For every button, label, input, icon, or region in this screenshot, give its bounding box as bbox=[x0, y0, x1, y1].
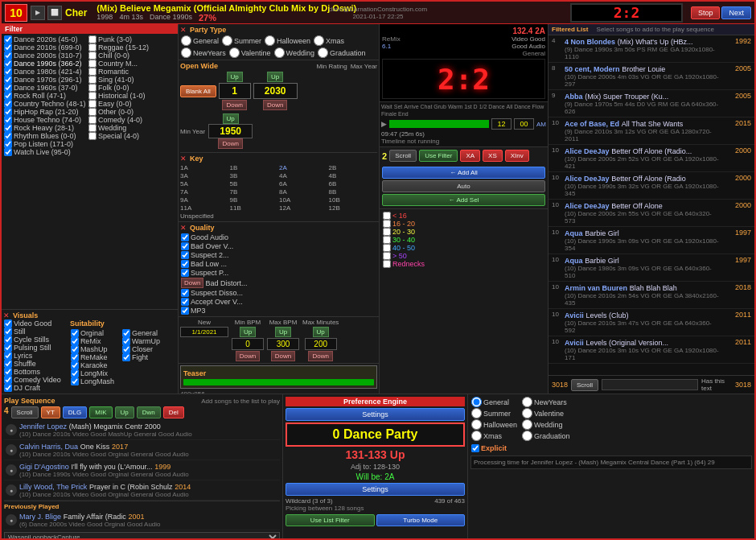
filter-remix[interactable]: ReMix bbox=[70, 337, 115, 345]
rating-down-button[interactable]: Down bbox=[222, 100, 246, 110]
auto-button[interactable]: Auto bbox=[382, 180, 545, 192]
filter-chill[interactable]: Chill (0-0) bbox=[88, 52, 152, 60]
party-wedding[interactable]: Wedding bbox=[273, 47, 315, 58]
settings-btn-1[interactable]: Settings bbox=[286, 408, 465, 421]
filter-djcraft[interactable]: DJ Craft bbox=[3, 384, 62, 392]
filter-still[interactable]: Still bbox=[3, 328, 62, 336]
play-up-btn[interactable]: Up bbox=[115, 406, 134, 418]
age-30-40[interactable]: 30 - 40 bbox=[382, 236, 545, 244]
filter-historical[interactable]: Historical (1-0) bbox=[88, 92, 152, 100]
settings-btn-2[interactable]: Settings bbox=[286, 483, 465, 496]
filter-easy[interactable]: Easy (0-0) bbox=[88, 100, 152, 108]
filter-country[interactable]: Country Techno (48-1) bbox=[3, 100, 88, 108]
key-4b[interactable]: 4B bbox=[329, 172, 378, 179]
play-scroll-btn[interactable]: Scroll bbox=[11, 406, 39, 418]
key-11a[interactable]: 11A bbox=[180, 204, 229, 212]
key-10b[interactable]: 10B bbox=[329, 196, 378, 204]
table-row[interactable]: 9 Abba (Mix) Super Trouper (Ku... (9) Da… bbox=[549, 90, 754, 117]
key-3a[interactable]: 3A bbox=[180, 172, 229, 179]
maxbpm-input[interactable] bbox=[267, 338, 299, 350]
key-1b[interactable]: 1B bbox=[230, 164, 279, 171]
key-7a[interactable]: 7A bbox=[180, 188, 229, 196]
list-item[interactable]: ● Calvin Harris, Dua One Kiss 2017 (10) … bbox=[4, 440, 280, 460]
table-row[interactable]: 10 Ace of Base, Ed All That She Wants (9… bbox=[549, 117, 754, 145]
icon2[interactable]: ⬜ bbox=[47, 6, 62, 20]
filter-punk[interactable]: Punk (3-0) bbox=[88, 35, 152, 43]
filter-remake[interactable]: ReMake bbox=[70, 353, 115, 361]
q-mp3[interactable]: MP3 bbox=[180, 307, 377, 315]
filter-rhythmblues[interactable]: Rhythm Blues (0-0) bbox=[3, 132, 88, 140]
blank-all-button[interactable]: Blank All bbox=[180, 85, 216, 97]
party-general[interactable]: General bbox=[180, 35, 220, 46]
table-row[interactable]: 10 Aqua Barbie Girl (10) Dance 1980s 3m … bbox=[549, 254, 754, 282]
cb-halloween[interactable]: Halloween bbox=[470, 419, 518, 430]
timing-hour-input[interactable] bbox=[491, 118, 512, 130]
filter-closer[interactable]: Closer bbox=[121, 345, 161, 353]
filter-dance2010s[interactable]: Dance 2010s (699-0) bbox=[3, 43, 88, 52]
table-row[interactable]: 10 Aqua Barbie Girl (10) Dance 1990s 3m … bbox=[549, 227, 754, 254]
key-12a[interactable]: 12A bbox=[279, 204, 328, 212]
party-summer[interactable]: Summer bbox=[221, 35, 262, 46]
q-badover[interactable]: Bad Over V... bbox=[180, 242, 377, 250]
minbpm-input[interactable] bbox=[232, 338, 264, 350]
filter-cyclestills[interactable]: Cycle Stills bbox=[3, 336, 62, 344]
turbo-mode-btn[interactable]: Turbo Mode bbox=[376, 514, 466, 526]
key-9a[interactable]: 9A bbox=[180, 196, 229, 204]
filter-rockroll[interactable]: Rock Roll (47-1) bbox=[3, 92, 88, 100]
party-xmas[interactable]: Xmas bbox=[313, 35, 345, 46]
play-del-btn[interactable]: Del bbox=[163, 406, 184, 418]
filter-shuffle[interactable]: Shuffle bbox=[3, 360, 62, 368]
play-up-btn2[interactable]: Dwn bbox=[137, 406, 161, 418]
filter-dance1990s[interactable]: Dance 1990s (366-2) bbox=[3, 60, 88, 68]
filter-karaoke[interactable]: Karaoke bbox=[70, 361, 115, 369]
filter-longmix[interactable]: LongMix bbox=[70, 369, 115, 377]
key-7b[interactable]: 7B bbox=[230, 188, 279, 196]
filter-longmash[interactable]: LongMash bbox=[70, 377, 115, 385]
key-2b[interactable]: 2B bbox=[329, 164, 378, 171]
filter-folk[interactable]: Folk (0-0) bbox=[88, 84, 152, 92]
filter-dance1960s[interactable]: Dance 1960s (37-0) bbox=[3, 84, 88, 92]
next-button[interactable]: Next bbox=[721, 6, 751, 19]
timing-min-input[interactable] bbox=[514, 118, 534, 130]
filter-country-m[interactable]: Country M... bbox=[88, 60, 152, 68]
yt-btn[interactable]: YT bbox=[41, 406, 60, 418]
maxyear-input[interactable] bbox=[253, 83, 298, 99]
age-rednecks[interactable]: Rednecks bbox=[382, 260, 545, 268]
maxbpm-down[interactable]: Down bbox=[271, 351, 295, 361]
add-sel-button[interactable]: ← Add Sel bbox=[382, 194, 545, 206]
key-9b[interactable]: 9B bbox=[230, 196, 279, 204]
q-suspect2[interactable]: Suspect 2... bbox=[180, 251, 377, 259]
minbpm-down[interactable]: Down bbox=[236, 351, 260, 361]
xinv-button[interactable]: XInv bbox=[505, 150, 529, 162]
key-8b[interactable]: 8B bbox=[329, 188, 378, 196]
filter-orginal[interactable]: Orginal bbox=[70, 329, 115, 337]
filter-warmup[interactable]: WarmUp bbox=[121, 337, 161, 345]
use-filter-button[interactable]: Use Filter bbox=[419, 150, 458, 162]
list-item[interactable]: ● Gigi D'Agostino I'll fly with you (L'A… bbox=[4, 460, 280, 480]
use-list-filter-btn[interactable]: Use List Filter bbox=[286, 514, 375, 526]
key-8a[interactable]: 8A bbox=[279, 188, 328, 196]
maxmin-down[interactable]: Down bbox=[308, 351, 332, 361]
song-scroll-button[interactable]: Scroll bbox=[571, 379, 598, 391]
age-16-20[interactable]: 16 - 20 bbox=[382, 220, 545, 228]
filter-special[interactable]: Special (4-0) bbox=[88, 132, 152, 140]
maxyear-down-button[interactable]: Down bbox=[263, 100, 287, 110]
filter-lyrics[interactable]: Lyrics bbox=[3, 352, 62, 360]
filter-comedyvideo[interactable]: Comedy Video bbox=[3, 376, 62, 384]
dlg-btn[interactable]: DLG bbox=[63, 406, 87, 418]
party-halloween[interactable]: Halloween bbox=[264, 35, 311, 46]
quality-x[interactable]: ✕ bbox=[180, 224, 187, 232]
key-4a[interactable]: 4A bbox=[279, 172, 328, 179]
table-row[interactable]: 10 Alice DeeJay Better Off Alone (Radio.… bbox=[549, 145, 754, 172]
icon1[interactable]: ▶ bbox=[31, 6, 45, 20]
key-unspecified[interactable]: Unspecified bbox=[180, 212, 278, 220]
filter-mashup[interactable]: MashUp bbox=[70, 345, 115, 353]
filter-romantic[interactable]: Romantic bbox=[88, 68, 152, 76]
table-row[interactable]: 10 Armin van Buuren Blah Blah Blah (10) … bbox=[549, 282, 754, 309]
xa-button[interactable]: XA bbox=[460, 150, 480, 162]
prev-played-item[interactable]: ● Mary J. Blige Family Affair (Radic 200… bbox=[4, 510, 280, 530]
maxmin-input[interactable] bbox=[305, 338, 337, 350]
maxbpm-up[interactable]: Up bbox=[275, 327, 291, 337]
q-down-btn[interactable]: Down bbox=[181, 278, 203, 288]
filter-pulsingstill[interactable]: Pulsing Still bbox=[3, 344, 62, 352]
